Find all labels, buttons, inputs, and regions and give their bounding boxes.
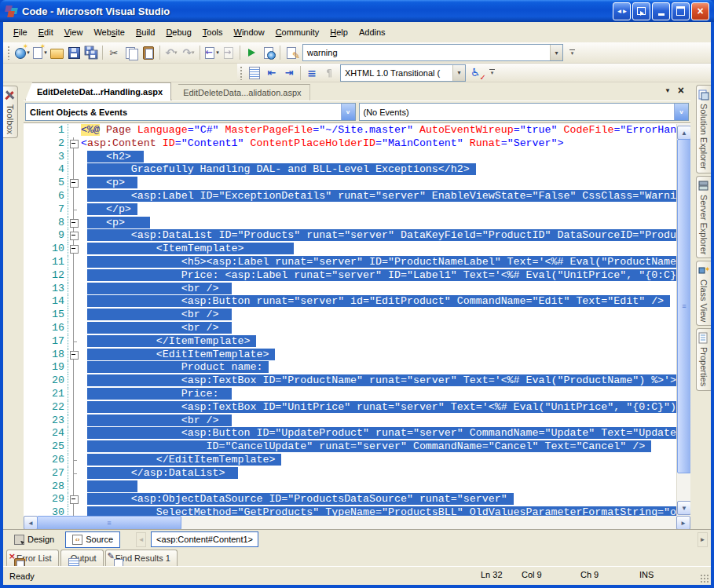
tag-navigator-left-icon[interactable]: ◄ <box>136 532 146 547</box>
paste-icon[interactable] <box>140 45 157 61</box>
scroll-up-icon[interactable]: ▲ <box>677 126 691 140</box>
minimize-icon[interactable] <box>652 2 670 20</box>
menu-item-website[interactable]: Website <box>88 25 130 39</box>
save-icon[interactable] <box>65 45 82 61</box>
document-tab[interactable]: EditDeleteData...alidation.aspx <box>171 84 309 100</box>
vertical-scrollbar[interactable]: ▲ ▼ <box>676 124 690 516</box>
code-text[interactable]: Product name: <box>79 361 677 374</box>
open-file-icon[interactable] <box>48 45 65 61</box>
code-text[interactable]: <br /> <box>79 283 677 296</box>
fold-toggle-icon[interactable] <box>68 493 79 506</box>
code-line[interactable]: 24 <asp:Button ID="UpdateProduct" runat=… <box>24 427 677 440</box>
resize-grip[interactable] <box>699 573 709 583</box>
copy-icon[interactable] <box>123 45 140 61</box>
formatting-lines-icon[interactable]: ≡ <box>303 64 320 81</box>
code-line[interactable]: 27 </asp:DataList> <box>24 467 677 480</box>
chevron-down-icon[interactable]: v <box>674 104 688 120</box>
code-line[interactable]: 21 Price: <box>24 388 677 401</box>
code-line[interactable]: 17 </ItemTemplate> <box>24 335 677 349</box>
format-document-icon[interactable] <box>246 64 263 81</box>
code-text[interactable]: </p> <box>79 203 677 217</box>
increase-indent-icon[interactable]: ⇥ <box>280 64 298 81</box>
code-line[interactable]: 9 <asp:DataList ID="Products" runat="ser… <box>24 229 677 243</box>
maximize-icon[interactable] <box>672 2 690 20</box>
code-line[interactable]: 19 Product name: <box>24 361 677 374</box>
horizontal-scroll-thumb[interactable] <box>37 516 181 530</box>
horizontal-scrollbar[interactable]: ◄ ► <box>24 516 690 529</box>
code-text[interactable]: <br /> <box>79 322 677 335</box>
events-dropdown[interactable]: (No Events) v <box>359 103 690 121</box>
code-line[interactable]: 6 <asp:Label ID="ExceptionDetails" runat… <box>24 190 677 203</box>
code-text[interactable]: Price: <asp:Label runat="server" ID="Lab… <box>79 269 677 283</box>
bottom-tab-error-list[interactable]: ×Error List <box>6 550 59 566</box>
code-line[interactable]: 12 Price: <asp:Label runat="server" ID="… <box>24 269 677 283</box>
chevron-down-icon[interactable]: ▾ <box>452 65 465 81</box>
code-line[interactable]: 28 <box>24 480 677 494</box>
code-line[interactable]: 1<%@ Page Language="C#" MasterPageFile="… <box>24 124 677 137</box>
code-line[interactable]: 15 <br /> <box>24 309 677 322</box>
code-line[interactable]: 7 </p> <box>24 203 677 217</box>
code-text[interactable]: <asp:TextBox ID="ProductName" runat="ser… <box>79 374 677 388</box>
code-text[interactable]: </asp:DataList> <box>79 467 677 480</box>
code-line[interactable]: 14 <asp:Button runat="server" id="EditPr… <box>24 295 677 309</box>
code-text[interactable]: <br /> <box>79 415 677 428</box>
undock-icon[interactable] <box>632 2 650 20</box>
code-line[interactable]: 16 <br /> <box>24 322 677 335</box>
fold-toggle-icon[interactable] <box>68 229 79 243</box>
code-line[interactable]: 2<asp:Content ID="Content1" ContentPlace… <box>24 137 677 151</box>
close-document-icon[interactable]: × <box>678 86 684 95</box>
start-debug-icon[interactable] <box>243 45 260 61</box>
code-text[interactable]: ID="CancelUpdate" runat="server" Command… <box>79 440 677 454</box>
design-view-button[interactable]: Design <box>8 532 60 547</box>
menu-item-tools[interactable]: Tools <box>197 25 229 39</box>
code-line[interactable]: 29 <asp:ObjectDataSource ID="ProductsDat… <box>24 493 677 506</box>
code-line[interactable]: 4 Gracefully Handling DAL- and BLL-Level… <box>24 163 677 177</box>
document-tab[interactable]: EditDeleteDat...rHandling.aspx <box>25 82 171 100</box>
navigate-backward-icon[interactable]: ←▾ <box>203 45 220 61</box>
menu-item-edit[interactable]: Edit <box>33 25 59 39</box>
find-in-files-icon[interactable]: ✎ <box>283 45 300 61</box>
code-text[interactable]: <asp:ObjectDataSource ID="ProductsDataSo… <box>79 493 677 506</box>
chevron-down-icon[interactable]: ▾ <box>550 45 562 60</box>
code-text[interactable]: <asp:TextBox ID="UnitPrice" runat="serve… <box>79 401 677 415</box>
code-text[interactable]: <ItemTemplate> <box>79 243 677 256</box>
code-editor[interactable]: 1<%@ Page Language="C#" MasterPageFile="… <box>24 122 690 516</box>
menu-item-view[interactable]: View <box>59 25 89 39</box>
bottom-tab-output[interactable]: Output <box>60 550 104 566</box>
code-text[interactable]: <asp:Label ID="ExceptionDetails" runat="… <box>79 190 677 203</box>
code-text[interactable]: <p> <box>79 217 677 230</box>
scroll-down-icon[interactable]: ▼ <box>677 501 691 515</box>
code-text[interactable]: SelectMethod="GetProducts" TypeName="Pro… <box>79 506 677 516</box>
code-line[interactable]: 23 <br /> <box>24 415 677 428</box>
menu-item-window[interactable]: Window <box>229 25 270 39</box>
chevron-down-icon[interactable]: v <box>341 104 355 120</box>
code-line[interactable]: 11 <h5><asp:Label runat="server" ID="Pro… <box>24 256 677 269</box>
title-bar[interactable]: Code - Microsoft Visual Studio ◄► × <box>0 0 714 22</box>
code-line[interactable]: 18 <EditItemTemplate> <box>24 349 677 362</box>
add-new-item-icon[interactable]: ✶▾ <box>31 45 48 61</box>
code-line[interactable]: 22 <asp:TextBox ID="UnitPrice" runat="se… <box>24 401 677 415</box>
toolbar-overflow-icon[interactable]: ▾ <box>487 65 497 81</box>
code-text[interactable] <box>79 480 677 494</box>
object-dropdown[interactable]: Client Objects & Events v <box>25 103 356 121</box>
sidebar-tab-properties[interactable]: Properties <box>696 328 711 390</box>
code-line[interactable]: 13 <br /> <box>24 283 677 296</box>
decrease-indent-icon[interactable]: ⇤ <box>263 64 280 81</box>
code-line[interactable]: 8 <p> <box>24 217 677 230</box>
tag-navigator-item[interactable]: <asp:Content#Content1> <box>151 531 258 547</box>
code-text[interactable]: <asp:Button ID="UpdateProduct" runat="se… <box>79 427 677 440</box>
menu-item-file[interactable]: File <box>8 25 33 39</box>
code-text[interactable]: <asp:Button runat="server" id="EditProdu… <box>79 295 677 309</box>
toolbar-grip[interactable] <box>240 66 243 80</box>
bottom-tab-find-results-1[interactable]: ✎Find Results 1 <box>105 550 178 566</box>
menu-item-debug[interactable]: Debug <box>160 25 196 39</box>
sidebar-tab-class-view[interactable]: ✦Class View <box>696 261 711 326</box>
fold-toggle-icon[interactable] <box>68 177 79 190</box>
code-text[interactable]: Price: <box>79 388 677 401</box>
code-text[interactable]: <asp:Content ID="Content1" ContentPlaceH… <box>79 137 677 151</box>
sidebar-tab-server-explorer[interactable]: Server Explorer <box>696 176 711 258</box>
view-in-browser-icon[interactable] <box>260 45 277 61</box>
scroll-right-icon[interactable]: ► <box>676 516 690 530</box>
save-all-icon[interactable] <box>82 45 100 61</box>
code-line[interactable]: 25 ID="CancelUpdate" runat="server" Comm… <box>24 440 677 454</box>
